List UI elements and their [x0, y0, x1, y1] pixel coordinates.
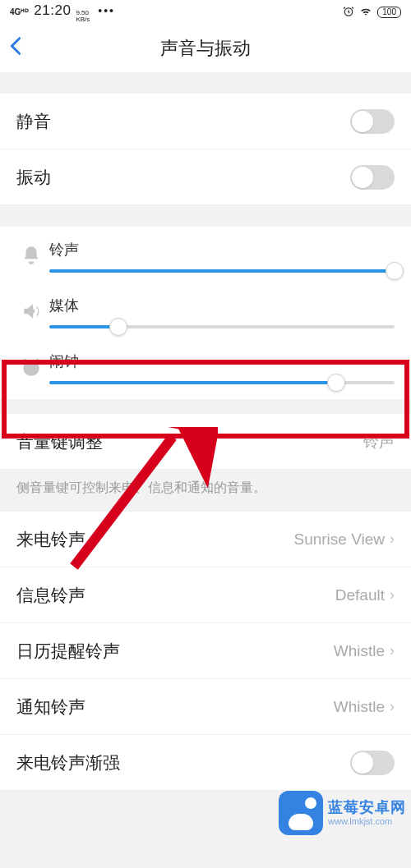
message-ringtone-label: 信息铃声	[16, 584, 85, 607]
volume-key-label: 音量键调整	[16, 430, 103, 453]
page-title: 声音与振动	[160, 36, 251, 61]
volume-sliders-section: 铃声 媒体 闹钟	[0, 227, 411, 399]
watermark-title: 蓝莓安卓网	[328, 800, 406, 816]
data-speed: 9.50 KB/s	[76, 10, 90, 23]
message-ringtone-row[interactable]: 信息铃声 Default›	[0, 567, 411, 623]
media-slider-label: 媒体	[49, 296, 395, 315]
clock: 21:20	[34, 2, 71, 19]
mute-label: 静音	[16, 110, 51, 133]
chevron-right-icon: ›	[390, 642, 395, 659]
calendar-ringtone-value: Whistle	[334, 642, 385, 660]
volume-key-row[interactable]: 音量键调整 铃声	[0, 414, 411, 470]
battery-status: 100	[377, 7, 401, 18]
calendar-ringtone-label: 日历提醒铃声	[16, 640, 120, 663]
media-slider[interactable]	[49, 325, 395, 328]
ringtone-volume-row: 铃声	[0, 232, 411, 287]
notify-ringtone-row[interactable]: 通知铃声 Whistle›	[0, 679, 411, 735]
media-volume-row: 媒体	[0, 287, 411, 343]
incoming-ringtone-value: Sunrise View	[293, 530, 385, 549]
crescendo-toggle[interactable]	[350, 751, 395, 775]
back-button[interactable]	[10, 36, 21, 62]
wifi-status-icon	[359, 6, 372, 20]
speaker-icon	[13, 301, 49, 324]
alarm-slider[interactable]	[49, 381, 395, 384]
chevron-right-icon: ›	[390, 698, 395, 715]
watermark-url: www.lmkjst.com	[328, 816, 406, 826]
calendar-ringtone-row[interactable]: 日历提醒铃声 Whistle›	[0, 623, 411, 679]
watermark-logo-icon	[279, 791, 323, 835]
chevron-right-icon: ›	[390, 586, 395, 604]
status-bar: 4Gᴴᴰ 21:20 9.50 KB/s ••• 100	[0, 0, 411, 25]
alarm-status-icon	[343, 6, 354, 20]
ringtone-slider-label: 铃声	[49, 240, 395, 259]
notify-ringtone-value: Whistle	[334, 698, 385, 716]
more-icon: •••	[98, 4, 115, 17]
message-ringtone-value: Default	[335, 586, 385, 604]
ringtone-slider[interactable]	[49, 269, 395, 273]
vibrate-toggle[interactable]	[350, 165, 395, 190]
watermark: 蓝莓安卓网 www.lmkjst.com	[279, 791, 406, 835]
mute-row[interactable]: 静音	[0, 94, 411, 149]
network-indicator: 4Gᴴᴰ	[10, 7, 29, 16]
alarm-volume-row: 闹钟	[0, 343, 411, 399]
incoming-ringtone-label: 来电铃声	[16, 528, 85, 551]
chevron-right-icon: ›	[390, 530, 395, 548]
incoming-ringtone-row[interactable]: 来电铃声 Sunrise View›	[0, 512, 411, 567]
volume-key-description: 侧音量键可控制来电、信息和通知的音量。	[0, 470, 411, 512]
crescendo-label: 来电铃声渐强	[16, 751, 120, 774]
notify-ringtone-label: 通知铃声	[16, 696, 85, 719]
mute-toggle[interactable]	[350, 109, 395, 134]
vibrate-row[interactable]: 振动	[0, 149, 411, 205]
bell-icon	[13, 245, 49, 268]
vibrate-label: 振动	[16, 166, 51, 189]
crescendo-row[interactable]: 来电铃声渐强	[0, 735, 411, 791]
page-header: 声音与振动	[0, 25, 411, 72]
alarm-slider-label: 闹钟	[49, 351, 395, 371]
volume-key-value: 铃声	[363, 431, 395, 452]
alarm-clock-icon	[13, 356, 49, 379]
